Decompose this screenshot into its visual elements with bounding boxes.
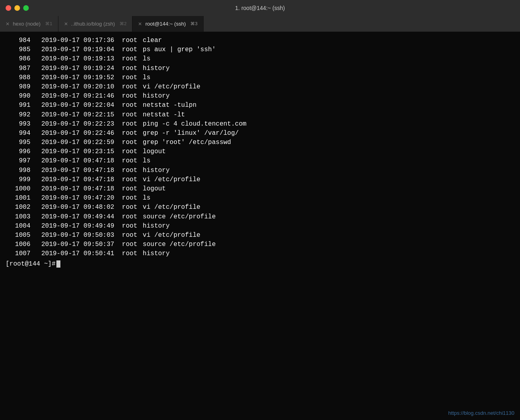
hist-num: 995 xyxy=(6,138,34,147)
hist-user: root xyxy=(122,36,143,45)
tab2-label: ..ithub.io/blog (zsh) xyxy=(71,21,115,27)
hist-datetime: 2019-09-17 09:47:18 xyxy=(34,184,122,194)
hist-cmd: logout xyxy=(143,184,166,194)
history-row: 1000 2019-09-17 09:47:18 root logout xyxy=(6,184,514,194)
history-row: 998 2019-09-17 09:47:18 root history xyxy=(6,166,514,175)
hist-cmd: history xyxy=(143,166,170,175)
tab1-label: hexo (node) xyxy=(13,21,40,27)
hist-num: 1007 xyxy=(6,249,34,258)
hist-datetime: 2019-09-17 09:22:15 xyxy=(34,110,122,120)
history-row: 990 2019-09-17 09:21:46 root history xyxy=(6,92,514,101)
hist-num: 984 xyxy=(6,36,34,45)
hist-user: root xyxy=(122,212,143,222)
history-row: 1006 2019-09-17 09:50:37 root source /et… xyxy=(6,240,514,249)
hist-num: 997 xyxy=(6,156,34,166)
hist-datetime: 2019-09-17 09:20:10 xyxy=(34,82,122,92)
hist-cmd: ls xyxy=(143,54,150,64)
hist-cmd: netstat -tulpn xyxy=(143,101,196,110)
hist-cmd: ls xyxy=(143,194,150,203)
hist-datetime: 2019-09-17 09:47:18 xyxy=(34,175,122,184)
window-title: 1. root@144:~ (ssh) xyxy=(235,5,285,11)
hist-user: root xyxy=(122,240,143,249)
history-row: 994 2019-09-17 09:22:46 root grep -r 'li… xyxy=(6,129,514,138)
hist-num: 986 xyxy=(6,54,34,64)
hist-num: 985 xyxy=(6,45,34,54)
history-row: 1001 2019-09-17 09:47:20 root ls xyxy=(6,194,514,203)
hist-user: root xyxy=(122,184,143,194)
history-row: 1004 2019-09-17 09:49:49 root history xyxy=(6,222,514,231)
hist-cmd: vi /etc/profile xyxy=(143,82,200,92)
tab3-close-icon[interactable]: ✕ xyxy=(138,21,142,27)
history-row: 1007 2019-09-17 09:50:41 root history xyxy=(6,249,514,258)
hist-datetime: 2019-09-17 09:47:18 xyxy=(34,156,122,166)
tab-blog-zsh[interactable]: ✕ ..ithub.io/blog (zsh) ⌘2 xyxy=(58,16,133,32)
history-row: 1005 2019-09-17 09:50:03 root vi /etc/pr… xyxy=(6,231,514,240)
history-row: 986 2019-09-17 09:19:13 root ls xyxy=(6,54,514,64)
hist-cmd: ping -c 4 cloud.tencent.com xyxy=(143,120,246,129)
hist-num: 990 xyxy=(6,92,34,101)
hist-user: root xyxy=(122,101,143,110)
hist-cmd: history xyxy=(143,92,170,101)
hist-num: 1002 xyxy=(6,203,34,212)
tab3-shortcut: ⌘3 xyxy=(190,21,197,26)
history-row: 987 2019-09-17 09:19:24 root history xyxy=(6,64,514,73)
hist-user: root xyxy=(122,222,143,231)
hist-num: 999 xyxy=(6,175,34,184)
hist-datetime: 2019-09-17 09:19:04 xyxy=(34,45,122,54)
hist-datetime: 2019-09-17 09:17:36 xyxy=(34,36,122,45)
hist-datetime: 2019-09-17 09:22:59 xyxy=(34,138,122,147)
hist-user: root xyxy=(122,92,143,101)
close-button[interactable] xyxy=(6,5,11,11)
hist-user: root xyxy=(122,194,143,203)
hist-user: root xyxy=(122,110,143,120)
hist-num: 996 xyxy=(6,147,34,156)
hist-cmd: logout xyxy=(143,147,166,156)
hist-datetime: 2019-09-17 09:49:44 xyxy=(34,212,122,222)
hist-cmd: vi /etc/profile xyxy=(143,231,200,240)
hist-num: 993 xyxy=(6,120,34,129)
hist-user: root xyxy=(122,64,143,73)
hist-datetime: 2019-09-17 09:50:41 xyxy=(34,249,122,258)
maximize-button[interactable] xyxy=(23,5,29,11)
hist-datetime: 2019-09-17 09:23:15 xyxy=(34,147,122,156)
prompt-text: [root@144 ~]# xyxy=(6,260,56,268)
hist-user: root xyxy=(122,156,143,166)
hist-cmd: grep -r 'linux' /var/log/ xyxy=(143,129,239,138)
hist-num: 998 xyxy=(6,166,34,175)
hist-datetime: 2019-09-17 09:47:18 xyxy=(34,166,122,175)
history-row: 988 2019-09-17 09:19:52 root ls xyxy=(6,73,514,82)
history-row: 999 2019-09-17 09:47:18 root vi /etc/pro… xyxy=(6,175,514,184)
hist-cmd: history xyxy=(143,64,170,73)
history-row: 1002 2019-09-17 09:48:02 root vi /etc/pr… xyxy=(6,203,514,212)
hist-num: 988 xyxy=(6,73,34,82)
minimize-button[interactable] xyxy=(14,5,20,11)
title-bar: 1. root@144:~ (ssh) xyxy=(0,0,520,16)
terminal-area[interactable]: 984 2019-09-17 09:17:36 root clear985 20… xyxy=(0,32,520,420)
tab1-shortcut: ⌘1 xyxy=(45,21,52,26)
hist-num: 1000 xyxy=(6,184,34,194)
history-row: 989 2019-09-17 09:20:10 root vi /etc/pro… xyxy=(6,82,514,92)
hist-num: 1004 xyxy=(6,222,34,231)
hist-datetime: 2019-09-17 09:21:46 xyxy=(34,92,122,101)
hist-user: root xyxy=(122,82,143,92)
hist-datetime: 2019-09-17 09:48:02 xyxy=(34,203,122,212)
hist-num: 994 xyxy=(6,129,34,138)
hist-cmd: source /etc/profile xyxy=(143,212,216,222)
hist-datetime: 2019-09-17 09:19:24 xyxy=(34,64,122,73)
tab-hexo-node[interactable]: ✕ hexo (node) ⌘1 xyxy=(0,16,58,32)
tab2-close-icon[interactable]: ✕ xyxy=(64,21,68,27)
hist-num: 987 xyxy=(6,64,34,73)
hist-user: root xyxy=(122,203,143,212)
hist-datetime: 2019-09-17 09:50:37 xyxy=(34,240,122,249)
tab1-close-icon[interactable]: ✕ xyxy=(6,21,10,27)
hist-user: root xyxy=(122,129,143,138)
tab-ssh-active[interactable]: ✕ root@144:~ (ssh) ⌘3 xyxy=(132,16,203,32)
hist-user: root xyxy=(122,175,143,184)
hist-user: root xyxy=(122,231,143,240)
hist-num: 1006 xyxy=(6,240,34,249)
watermark: https://blog.csdn.net/chi1130 xyxy=(448,410,514,416)
history-row: 993 2019-09-17 09:22:23 root ping -c 4 c… xyxy=(6,120,514,129)
hist-datetime: 2019-09-17 09:50:03 xyxy=(34,231,122,240)
hist-user: root xyxy=(122,249,143,258)
hist-datetime: 2019-09-17 09:22:04 xyxy=(34,101,122,110)
